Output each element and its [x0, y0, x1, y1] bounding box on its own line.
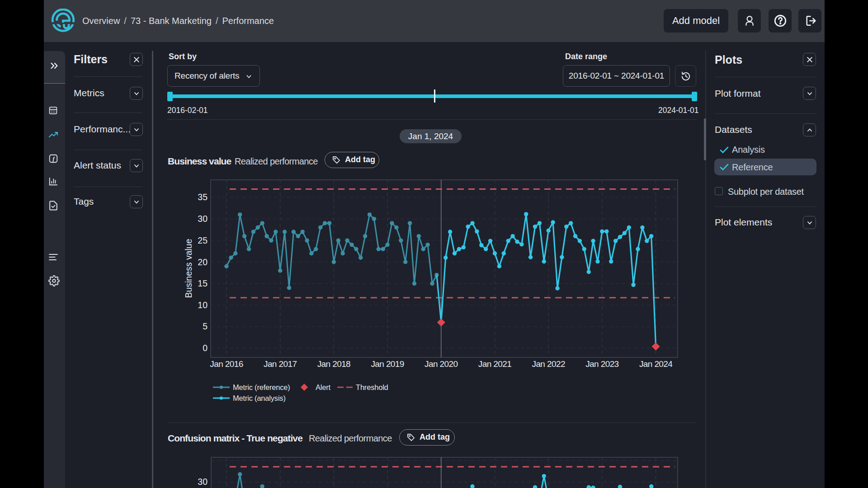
- svg-text:Jan 2022: Jan 2022: [532, 359, 565, 369]
- svg-text:15: 15: [198, 278, 208, 288]
- svg-text:Jan 2019: Jan 2019: [371, 359, 404, 369]
- svg-text:25: 25: [198, 235, 208, 245]
- svg-text:35: 35: [198, 192, 208, 202]
- svg-text:30: 30: [198, 477, 208, 487]
- svg-text:Metric (reference): Metric (reference): [233, 383, 290, 391]
- svg-text:Metric (analysis): Metric (analysis): [233, 394, 286, 402]
- svg-text:30: 30: [198, 214, 208, 224]
- svg-text:Jan 2016: Jan 2016: [210, 359, 243, 369]
- svg-text:Jan 2017: Jan 2017: [264, 359, 297, 369]
- svg-text:Alert: Alert: [316, 383, 331, 391]
- svg-text:Jan 2020: Jan 2020: [425, 359, 458, 369]
- svg-text:20: 20: [198, 257, 208, 267]
- svg-text:Business value: Business value: [184, 239, 193, 298]
- svg-text:10: 10: [198, 300, 208, 310]
- svg-text:0: 0: [203, 343, 208, 353]
- svg-text:Jan 2024: Jan 2024: [639, 359, 673, 369]
- svg-text:5: 5: [203, 321, 208, 331]
- svg-text:Threshold: Threshold: [356, 383, 388, 391]
- svg-text:Jan 2023: Jan 2023: [585, 359, 618, 369]
- svg-text:Jan 2021: Jan 2021: [478, 359, 511, 369]
- svg-text:f: f: [52, 156, 55, 162]
- svg-text:Jan 2018: Jan 2018: [317, 359, 350, 369]
